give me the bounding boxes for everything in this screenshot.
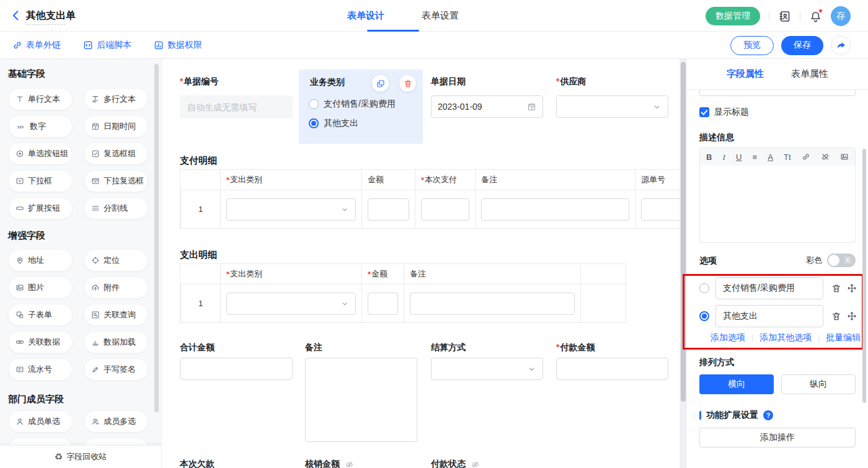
field-lookup-query[interactable]: 关联查询 bbox=[84, 304, 148, 326]
field-data-load[interactable]: 数据加载 bbox=[84, 331, 148, 353]
delete-option-icon[interactable] bbox=[831, 311, 841, 321]
pay-detail-remark-input[interactable] bbox=[481, 198, 629, 221]
data-manage-button[interactable]: 数据管理 bbox=[706, 7, 760, 25]
delete-option-icon[interactable] bbox=[831, 283, 841, 293]
font-color-button[interactable]: A bbox=[768, 153, 773, 161]
bill-date-input[interactable] bbox=[431, 95, 543, 118]
biz-type-option-1[interactable]: 支付销售/采购费用 bbox=[309, 99, 396, 110]
backend-script-button[interactable]: 后端脚本 bbox=[83, 40, 131, 51]
font-size-button[interactable]: Tt bbox=[784, 153, 791, 161]
preview-button[interactable]: 预览 bbox=[730, 36, 774, 55]
add-option-link[interactable]: 添加选项 bbox=[711, 332, 745, 343]
option-1-radio[interactable] bbox=[699, 283, 709, 293]
remark-textarea[interactable] bbox=[305, 358, 417, 442]
pay-detail-source-no-input[interactable] bbox=[641, 198, 680, 221]
notification-button[interactable] bbox=[809, 10, 822, 23]
add-other-option-link[interactable]: 添加其他选项 bbox=[760, 332, 812, 343]
field-divider-line[interactable]: 分割线 bbox=[84, 197, 148, 219]
tab-form-settings[interactable]: 表单设置 bbox=[422, 10, 459, 22]
total-amount-input[interactable] bbox=[180, 358, 293, 380]
field-multi-select[interactable]: 下拉复选框 bbox=[84, 170, 148, 192]
tab-form-design[interactable]: 表单设计 bbox=[347, 10, 384, 22]
option-1-input[interactable] bbox=[715, 277, 823, 299]
insert-link-button[interactable] bbox=[802, 152, 810, 161]
bill-no-input-field[interactable] bbox=[187, 102, 285, 112]
option-2-radio[interactable] bbox=[699, 311, 709, 321]
field-member-multi[interactable]: 成员多选 bbox=[84, 410, 148, 433]
expense-detail-amount-input[interactable] bbox=[368, 293, 398, 315]
batch-edit-link[interactable]: 批量编辑 bbox=[826, 332, 861, 343]
option-2-input[interactable] bbox=[715, 305, 823, 327]
field-image[interactable]: 图片 bbox=[8, 276, 73, 299]
save-button[interactable]: 保存 bbox=[781, 36, 823, 55]
arrange-horizontal-button[interactable]: 横向 bbox=[699, 374, 774, 394]
insert-image-button[interactable] bbox=[840, 152, 849, 161]
italic-button[interactable]: I bbox=[723, 153, 725, 161]
address-book-button[interactable] bbox=[778, 10, 791, 23]
script-icon bbox=[83, 40, 93, 50]
expense-detail-row-index: 1 bbox=[180, 285, 220, 322]
remove-link-button[interactable] bbox=[821, 152, 830, 161]
data-permission-button[interactable]: 数据权限 bbox=[154, 40, 202, 51]
field-serial-number[interactable]: 流水号 bbox=[8, 358, 73, 381]
radio-selected-icon[interactable] bbox=[309, 118, 319, 128]
field-related-data[interactable]: 关联数据 bbox=[8, 331, 73, 353]
pay-detail-col-remark: 备注 bbox=[475, 170, 635, 190]
tab-form-properties[interactable]: 表单属性 bbox=[787, 68, 832, 80]
field-member-single[interactable]: 成员单选 bbox=[8, 410, 73, 433]
field-select[interactable]: 下拉框 bbox=[8, 170, 73, 192]
underline-button[interactable]: U bbox=[736, 153, 742, 161]
field-recycle-bin-button[interactable]: ♻ 字段回收站 bbox=[0, 445, 161, 468]
field-single-line-text[interactable]: 单行文本 bbox=[8, 88, 73, 110]
field-multi-line-text[interactable]: 多行文本 bbox=[84, 88, 148, 110]
field-signature[interactable]: 手写签名 bbox=[84, 358, 148, 381]
field-attachment[interactable]: 附件 bbox=[84, 276, 148, 299]
add-action-button[interactable]: 添加操作 bbox=[699, 428, 856, 448]
avatar[interactable]: 存 bbox=[831, 6, 851, 26]
radio-unselected-icon[interactable] bbox=[309, 99, 319, 109]
section-accent-bar bbox=[699, 411, 701, 420]
option-2-input-field[interactable] bbox=[723, 311, 816, 321]
pay-detail-this-pay-input[interactable] bbox=[421, 198, 469, 221]
show-title-checkbox[interactable] bbox=[699, 107, 709, 117]
field-subform[interactable]: 子表单 bbox=[8, 304, 73, 326]
expense-detail-remark-input[interactable] bbox=[410, 293, 575, 315]
pay-detail-amount-input[interactable] bbox=[368, 198, 409, 221]
pay-amount-input[interactable] bbox=[556, 358, 668, 380]
share-button[interactable] bbox=[831, 35, 851, 55]
canvas-scrollbar[interactable] bbox=[681, 62, 686, 402]
bill-no-input[interactable] bbox=[180, 95, 293, 118]
field-location[interactable]: 定位 bbox=[84, 249, 148, 272]
option-1-input-field[interactable] bbox=[723, 283, 816, 293]
tab-field-properties[interactable]: 字段属性 bbox=[723, 68, 768, 80]
field-datetime[interactable]: 日期时间 bbox=[84, 115, 148, 138]
supplier-select[interactable] bbox=[556, 95, 668, 118]
move-option-icon[interactable] bbox=[847, 311, 857, 321]
field-radio-group[interactable]: 单选按钮组 bbox=[8, 143, 73, 165]
help-question-icon[interactable]: ? bbox=[763, 410, 773, 420]
arrange-vertical-button[interactable]: 纵向 bbox=[781, 374, 856, 394]
move-option-icon[interactable] bbox=[847, 283, 857, 293]
bill-date-input-field[interactable] bbox=[438, 102, 527, 112]
checkbox-group-icon bbox=[91, 149, 100, 158]
biz-type-option-2[interactable]: 其他支出 bbox=[309, 118, 358, 129]
selected-field-biz-type[interactable]: 业务类别 支付销售/采购费用 其他支出 bbox=[299, 69, 423, 144]
description-editor[interactable] bbox=[699, 166, 856, 243]
bold-button[interactable]: B bbox=[706, 153, 712, 161]
settle-method-select[interactable] bbox=[431, 358, 543, 380]
color-toggle[interactable]: 关 bbox=[827, 254, 856, 267]
align-button[interactable]: ≡ bbox=[753, 153, 758, 161]
field-number[interactable]: 数字 bbox=[8, 115, 73, 138]
delete-field-button[interactable] bbox=[399, 75, 416, 92]
field-address[interactable]: 地址 bbox=[8, 249, 73, 272]
expense-detail-cell-empty bbox=[580, 285, 627, 322]
panel-scrollbar[interactable] bbox=[862, 149, 866, 403]
expense-detail-category-select[interactable] bbox=[226, 293, 356, 315]
sidebar-scrollbar[interactable] bbox=[154, 64, 159, 412]
back-button[interactable] bbox=[10, 9, 22, 22]
duplicate-field-button[interactable] bbox=[372, 75, 389, 92]
pay-detail-category-select[interactable] bbox=[226, 198, 356, 221]
field-checkbox-group[interactable]: 复选框组 bbox=[84, 143, 148, 165]
form-external-link-button[interactable]: 表单外链 bbox=[12, 40, 61, 51]
field-extend-button[interactable]: 扩展按钮 bbox=[8, 197, 73, 219]
